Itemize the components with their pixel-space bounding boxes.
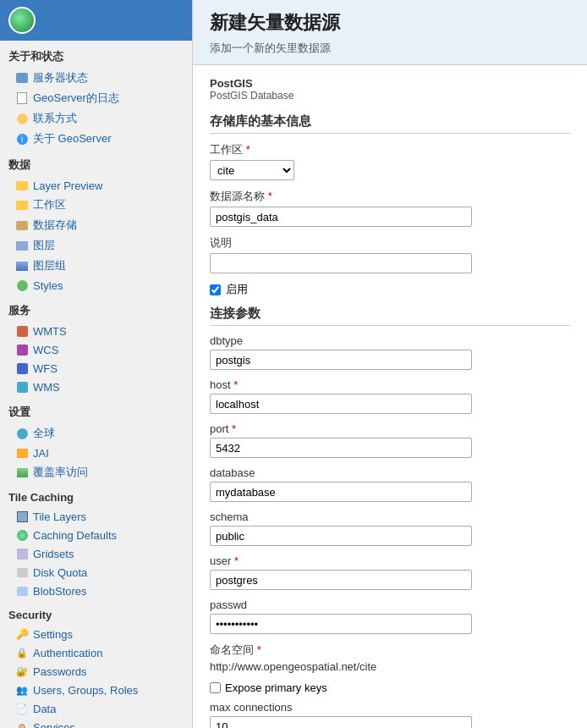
workspace-group: 工作区 * cite bbox=[210, 142, 570, 180]
sidebar-item-sec-settings[interactable]: 🔑 Settings bbox=[0, 625, 192, 643]
description-group: 说明 bbox=[210, 235, 570, 273]
server-icon bbox=[15, 71, 29, 85]
max-connections-input[interactable] bbox=[210, 716, 472, 728]
host-group: host * bbox=[210, 378, 570, 414]
sidebar-item-wms[interactable]: WMS bbox=[0, 378, 192, 396]
page-title: 新建矢量数据源 bbox=[210, 10, 570, 36]
datasource-input[interactable] bbox=[210, 207, 472, 227]
layers-icon bbox=[15, 239, 29, 252]
jai-icon bbox=[15, 446, 29, 460]
layer-preview-icon bbox=[15, 179, 29, 192]
expose-row: Expose primary keys bbox=[210, 681, 570, 694]
connection-heading: 连接参数 bbox=[210, 306, 570, 326]
coverage-icon bbox=[15, 466, 29, 479]
sidebar-item-geoserver-log[interactable]: GeoServer的日志 bbox=[0, 88, 192, 108]
max-connections-group: max connections bbox=[210, 701, 570, 728]
expose-checkbox[interactable] bbox=[210, 682, 221, 693]
wms-icon bbox=[15, 380, 29, 394]
sidebar-item-wfs[interactable]: WFS bbox=[0, 359, 192, 378]
styles-icon bbox=[15, 279, 29, 292]
datasource-group: 数据源名称 * bbox=[210, 189, 570, 227]
port-input[interactable] bbox=[210, 438, 472, 458]
schema-label: schema bbox=[210, 510, 570, 523]
sidebar-item-server-status[interactable]: 服务器状态 bbox=[0, 68, 192, 88]
sidebar-item-gridsets[interactable]: Gridsets bbox=[0, 544, 192, 563]
db-type-desc: PostGIS Database bbox=[210, 90, 570, 102]
description-label: 说明 bbox=[210, 235, 570, 251]
sidebar-item-users-groups-roles[interactable]: 👥 Users, Groups, Roles bbox=[0, 681, 192, 699]
contact-icon bbox=[15, 112, 29, 125]
port-group: port * bbox=[210, 422, 570, 458]
dbtype-input[interactable] bbox=[210, 350, 472, 370]
global-icon bbox=[15, 427, 29, 440]
sidebar-item-disk-quota[interactable]: Disk Quota bbox=[0, 563, 192, 582]
section-services-title: 服务 bbox=[0, 295, 192, 322]
password-icon: 🔐 bbox=[15, 665, 29, 678]
user-input[interactable] bbox=[210, 570, 472, 590]
expose-label: Expose primary keys bbox=[225, 681, 327, 694]
sidebar-item-about[interactable]: i 关于 GeoServer bbox=[0, 129, 192, 149]
page-header: 新建矢量数据源 添加一个新的矢里数据源 bbox=[193, 0, 587, 65]
sidebar-logo bbox=[0, 0, 192, 41]
log-icon bbox=[15, 91, 29, 105]
wmts-icon bbox=[15, 324, 29, 338]
workspaces-icon bbox=[15, 198, 29, 212]
blobstores-icon bbox=[15, 584, 29, 598]
sidebar-item-blobstores[interactable]: BlobStores bbox=[0, 582, 192, 600]
sidebar-item-tile-layers[interactable]: Tile Layers bbox=[0, 507, 192, 526]
max-connections-label: max connections bbox=[210, 701, 570, 714]
datastores-icon bbox=[15, 218, 29, 232]
description-input[interactable] bbox=[210, 253, 472, 273]
sidebar-item-wcs[interactable]: WCS bbox=[0, 340, 192, 359]
key-icon: 🔑 bbox=[15, 627, 29, 641]
sidebar-item-wmts[interactable]: WMTS bbox=[0, 322, 192, 340]
workspace-select[interactable]: cite bbox=[210, 160, 294, 180]
sidebar-item-datastores[interactable]: 数据存储 bbox=[0, 215, 192, 235]
basic-info-heading: 存储库的基本信息 bbox=[210, 113, 570, 134]
sidebar-item-workspaces[interactable]: 工作区 bbox=[0, 195, 192, 215]
main-content: 新建矢量数据源 添加一个新的矢里数据源 PostGIS PostGIS Data… bbox=[193, 0, 587, 728]
database-label: database bbox=[210, 466, 570, 479]
disk-quota-icon bbox=[15, 565, 29, 579]
section-tile-caching-title: Tile Caching bbox=[0, 483, 192, 507]
sidebar-item-caching-defaults[interactable]: Caching Defaults bbox=[0, 526, 192, 544]
sidebar-item-jai[interactable]: JAI bbox=[0, 444, 192, 462]
database-input[interactable] bbox=[210, 482, 472, 502]
sidebar-item-passwords[interactable]: 🔐 Passwords bbox=[0, 662, 192, 681]
sidebar-item-layers[interactable]: 图层 bbox=[0, 235, 192, 256]
sidebar-item-global[interactable]: 全球 bbox=[0, 423, 192, 444]
content-body: PostGIS PostGIS Database 存储库的基本信息 工作区 * … bbox=[193, 65, 587, 728]
sidebar: 关于和状态 服务器状态 GeoServer的日志 联系方式 i 关于 GeoSe… bbox=[0, 0, 193, 728]
sidebar-item-sec-services[interactable]: ⚙ Services bbox=[0, 718, 192, 728]
user-label: user * bbox=[210, 554, 570, 567]
sidebar-item-styles[interactable]: Styles bbox=[0, 276, 192, 295]
schema-input[interactable] bbox=[210, 526, 472, 546]
enable-label: 启用 bbox=[226, 282, 248, 297]
datasource-label: 数据源名称 * bbox=[210, 189, 570, 204]
schema-group: schema bbox=[210, 510, 570, 546]
services-icon: ⚙ bbox=[15, 720, 29, 728]
namespace-label: 命名空间 * bbox=[210, 643, 570, 658]
layergroups-icon bbox=[15, 259, 29, 273]
passwd-label: passwd bbox=[210, 598, 570, 611]
sidebar-item-layer-preview[interactable]: Layer Preview bbox=[0, 176, 192, 195]
host-input[interactable] bbox=[210, 394, 472, 414]
sidebar-item-contact[interactable]: 联系方式 bbox=[0, 108, 192, 129]
host-label: host * bbox=[210, 378, 570, 391]
namespace-group: 命名空间 * http://www.opengeospatial.net/cit… bbox=[210, 643, 570, 673]
enable-checkbox[interactable] bbox=[210, 284, 221, 295]
database-group: database bbox=[210, 466, 570, 502]
sidebar-item-sec-data[interactable]: 📄 Data bbox=[0, 699, 192, 718]
sidebar-item-authentication[interactable]: 🔒 Authentication bbox=[0, 643, 192, 662]
db-type-name: PostGIS bbox=[210, 77, 570, 90]
section-data-title: 数据 bbox=[0, 149, 192, 176]
passwd-input[interactable] bbox=[210, 614, 472, 634]
users-icon: 👥 bbox=[15, 683, 29, 697]
caching-defaults-icon bbox=[15, 528, 29, 542]
data-icon: 📄 bbox=[15, 702, 29, 715]
db-type-section: PostGIS PostGIS Database bbox=[210, 77, 570, 102]
user-group: user * bbox=[210, 554, 570, 590]
sidebar-item-coverage-access[interactable]: 覆盖率访问 bbox=[0, 462, 192, 483]
wfs-icon bbox=[15, 361, 29, 375]
sidebar-item-layergroups[interactable]: 图层组 bbox=[0, 256, 192, 276]
